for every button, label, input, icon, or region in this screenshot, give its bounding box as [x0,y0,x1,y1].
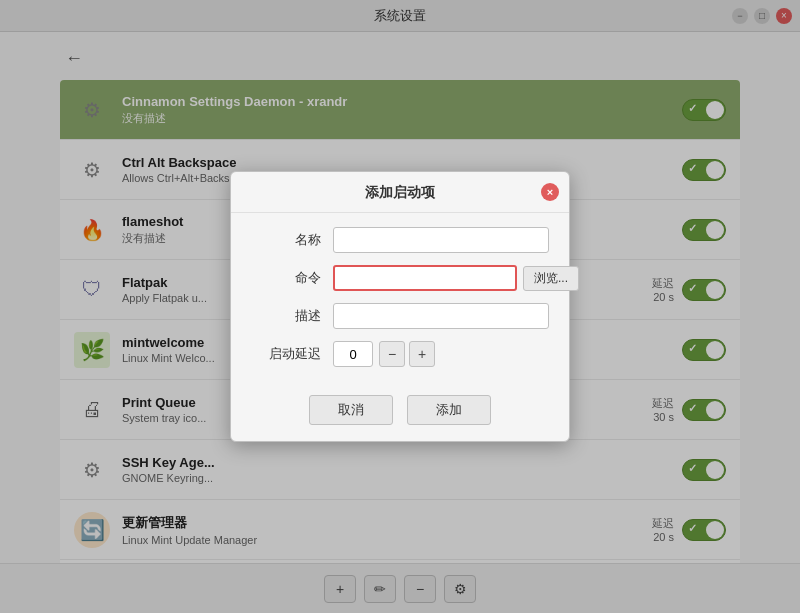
dialog-overlay: 添加启动项 × 名称 命令 浏览... 描述 [0,0,800,613]
main-window: 系统设置 － □ × ← ⚙ Cinnamon Settings Daemon … [0,0,800,613]
desc-label: 描述 [251,307,321,325]
command-label: 命令 [251,269,321,287]
name-row: 名称 [251,227,549,253]
dialog-footer: 取消 添加 [231,395,569,425]
command-row: 命令 浏览... [251,265,549,291]
delay-decrement-button[interactable]: − [379,341,405,367]
confirm-add-button[interactable]: 添加 [407,395,491,425]
delay-row: 启动延迟 − + [251,341,549,367]
desc-input[interactable] [333,303,549,329]
command-input[interactable] [333,265,517,291]
add-startup-dialog: 添加启动项 × 名称 命令 浏览... 描述 [230,171,570,442]
dialog-header: 添加启动项 × [231,172,569,213]
delay-increment-button[interactable]: + [409,341,435,367]
dialog-body: 名称 命令 浏览... 描述 启动延迟 − [231,213,569,395]
browse-button[interactable]: 浏览... [523,266,579,291]
name-input[interactable] [333,227,549,253]
desc-row: 描述 [251,303,549,329]
name-label: 名称 [251,231,321,249]
delay-input[interactable] [333,341,373,367]
delay-label: 启动延迟 [251,345,321,363]
cancel-button[interactable]: 取消 [309,395,393,425]
dialog-close-button[interactable]: × [541,183,559,201]
dialog-title: 添加启动项 [365,184,435,202]
